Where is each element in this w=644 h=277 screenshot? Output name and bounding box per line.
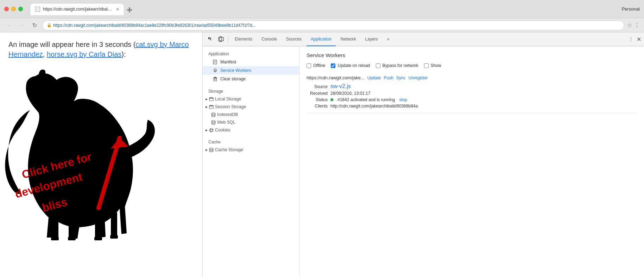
svg-point-31: [212, 121, 215, 122]
tab-close-button[interactable]: ×: [116, 6, 119, 12]
back-button[interactable]: ←: [4, 20, 14, 30]
tab-elements[interactable]: Elements: [231, 33, 257, 46]
horse-svg-link[interactable]: horse.svg by Carla Dias: [47, 50, 121, 58]
devtools-main-panel: Service Workers Offline Update on reload: [299, 47, 644, 277]
source-file-link[interactable]: sw-v2.js: [330, 83, 351, 90]
sidebar-item-cookies[interactable]: ▶ Cookies: [203, 126, 299, 134]
page-content: An image will appear here in 3 seconds (…: [0, 32, 202, 277]
sidebar-section-application: Application: [203, 49, 299, 58]
forward-button[interactable]: →: [17, 20, 27, 30]
horse-image: [0, 64, 202, 261]
worker-update-link[interactable]: Update: [367, 75, 381, 80]
menu-icon[interactable]: ⋮: [634, 22, 640, 29]
address-bar: ← → ↻ 🔒 https://cdn.rawgit.com/jakearchi…: [0, 18, 644, 32]
title-bar: 📄 https://cdn.rawgit.com/jakearchibald..…: [0, 0, 644, 18]
clients-row: Clients http://cdn.rawgit.com/jakearchib…: [307, 104, 637, 109]
update-on-reload-checkbox-item[interactable]: Update on reload: [331, 63, 370, 68]
expand-icon: ▶: [206, 148, 208, 152]
clients-label: Clients: [307, 104, 328, 109]
sidebar-item-service-workers[interactable]: Service Workers: [203, 66, 299, 75]
tab-console[interactable]: Console: [257, 33, 281, 46]
show-checkbox[interactable]: [424, 63, 429, 68]
tab-network[interactable]: Network: [336, 33, 360, 46]
tab-sources[interactable]: Sources: [282, 33, 306, 46]
stop-link[interactable]: stop: [399, 97, 407, 102]
secure-lock-icon: 🔒: [47, 23, 52, 27]
inspect-element-button[interactable]: [206, 34, 215, 44]
sidebar-item-cache-storage[interactable]: ▶ Cache Storage: [203, 146, 299, 154]
received-row: Received 28/09/2016, 13:01:17: [307, 91, 637, 96]
tab-application[interactable]: Application: [307, 33, 336, 46]
status-indicator: [330, 98, 333, 101]
address-actions: ☆ ⋮: [627, 22, 640, 29]
sidebar-service-workers-label: Service Workers: [220, 68, 251, 73]
sidebar-clear-storage-label: Clear storage: [220, 76, 246, 81]
sidebar-item-web-sql[interactable]: Web SQL: [203, 118, 299, 126]
sidebar-item-session-storage[interactable]: ▶ Session Storage: [203, 103, 299, 111]
sidebar-session-storage-label: Session Storage: [215, 104, 246, 109]
devtools-panel: Elements Console Sources Application Net…: [202, 32, 644, 277]
traffic-lights: [4, 7, 23, 11]
device-toolbar-button[interactable]: [216, 34, 226, 44]
tab-layers[interactable]: Layers: [361, 33, 382, 46]
sidebar-cache-storage-label: Cache Storage: [215, 147, 243, 152]
options-row: Offline Update on reload Bypass for netw…: [307, 63, 637, 68]
svg-point-33: [210, 129, 211, 130]
new-tab-button[interactable]: [124, 5, 135, 15]
expand-icon: ▶: [206, 98, 208, 101]
clients-url: http://cdn.rawgit.com/jakearchibald/8036…: [330, 104, 418, 109]
offline-checkbox[interactable]: [307, 63, 311, 68]
show-checkbox-item[interactable]: Show: [424, 63, 441, 68]
svg-point-35: [210, 131, 211, 131]
worker-push-link[interactable]: Push: [384, 75, 393, 80]
svg-rect-8: [51, 237, 59, 240]
bookmark-icon[interactable]: ☆: [627, 22, 632, 29]
refresh-button[interactable]: ↻: [30, 20, 39, 30]
maximize-button[interactable]: [18, 7, 23, 11]
minimize-button[interactable]: [11, 7, 16, 11]
sidebar-item-indexeddb[interactable]: IndexedDB: [203, 111, 299, 118]
received-label: Received: [307, 91, 328, 96]
url-text: https://cdn.rawgit.com/jakearchibald/803…: [53, 23, 256, 28]
devtools-close-button[interactable]: ✕: [637, 36, 641, 43]
settings-button[interactable]: ⋮: [626, 34, 636, 44]
tab-favicon: 📄: [35, 7, 40, 12]
devtools-body: Application Manifest Service Workers: [203, 47, 644, 277]
sidebar-manifest-label: Manifest: [220, 60, 236, 64]
svg-rect-4: [52, 216, 58, 239]
offline-checkbox-item[interactable]: Offline: [307, 63, 325, 68]
page-separator: ,: [43, 50, 47, 58]
manifest-icon: [213, 60, 217, 64]
tab-bar: 📄 https://cdn.rawgit.com/jakearchibald..…: [30, 3, 619, 15]
source-row: Source sw-v2.js: [307, 83, 637, 90]
status-text: #1842 activated and is running: [337, 97, 395, 102]
close-button[interactable]: [4, 7, 9, 11]
worker-sync-link[interactable]: Sync: [396, 75, 406, 80]
sidebar-item-local-storage[interactable]: ▶ Local Storage: [203, 95, 299, 103]
expand-icon: ▶: [206, 129, 208, 132]
active-tab[interactable]: 📄 https://cdn.rawgit.com/jakearchibald..…: [30, 3, 124, 15]
source-label: Source: [307, 84, 328, 89]
update-on-reload-checkbox[interactable]: [331, 63, 335, 68]
bypass-checkbox[interactable]: [376, 63, 380, 68]
tab-title: https://cdn.rawgit.com/jakearchibald...: [43, 7, 113, 12]
page-text: An image will appear here in 3 seconds (…: [8, 39, 194, 59]
show-label: Show: [431, 63, 441, 68]
sidebar-item-clear-storage[interactable]: Clear storage: [203, 75, 299, 83]
svg-point-34: [212, 129, 213, 130]
svg-point-2: [33, 138, 128, 202]
svg-rect-6: [95, 216, 101, 239]
status-row: Status #1842 activated and is running st…: [307, 97, 637, 102]
sidebar-local-storage-label: Local Storage: [215, 97, 241, 101]
worker-unregister-link[interactable]: Unregister: [409, 75, 428, 80]
sidebar-item-manifest[interactable]: Manifest: [203, 58, 299, 66]
svg-point-36: [210, 148, 213, 149]
status-label: Status: [307, 97, 328, 102]
offline-label: Offline: [313, 63, 325, 68]
page-suffix: ):: [121, 50, 126, 58]
address-input[interactable]: 🔒 https://cdn.rawgit.com/jakearchibald/8…: [42, 20, 624, 30]
tab-more[interactable]: »: [383, 33, 394, 46]
sidebar-section-cache: Cache: [203, 137, 299, 146]
worker-url-row: https://cdn.rawgit.com/jake... Update Pu…: [307, 75, 637, 80]
bypass-checkbox-item[interactable]: Bypass for network: [376, 63, 418, 68]
